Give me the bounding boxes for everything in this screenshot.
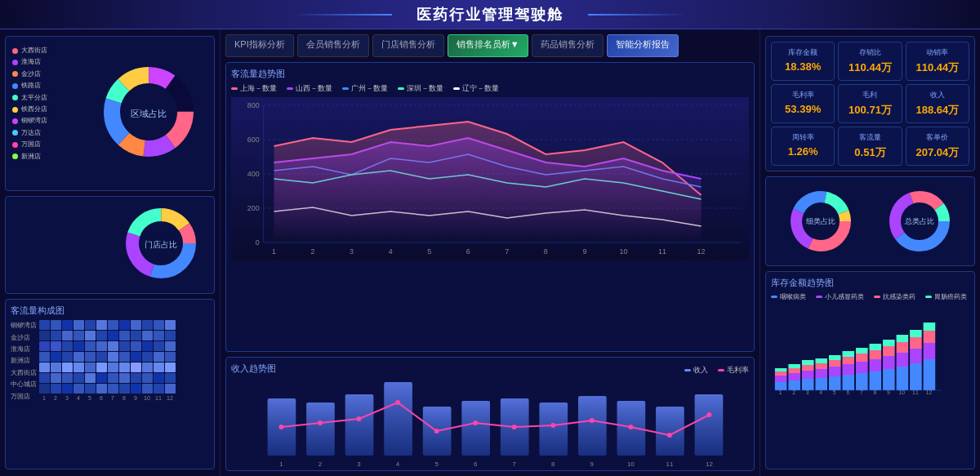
svg-rect-55 (96, 352, 107, 362)
svg-rect-19 (96, 320, 107, 330)
svg-rect-18 (85, 320, 96, 330)
svg-text:7: 7 (505, 247, 509, 256)
kpi-value-8: 207.04万 (913, 145, 962, 160)
svg-text:200: 200 (247, 204, 260, 212)
kpi-value-5: 188.64万 (913, 103, 962, 118)
svg-rect-29 (74, 331, 84, 340)
svg-rect-96 (154, 384, 164, 394)
tab-store-sales[interactable]: 门店销售分析 (372, 34, 444, 57)
category-donuts-section: 细类占比 总类占比 (765, 176, 975, 266)
svg-rect-21 (119, 320, 130, 330)
svg-rect-214 (883, 356, 895, 369)
svg-text:4: 4 (389, 247, 393, 256)
svg-text:4: 4 (819, 389, 822, 395)
traffic-line-chart: 800 600 400 200 0 1 2 3 4 5 6 7 8 9 10 1… (231, 97, 749, 260)
svg-rect-139 (461, 401, 490, 456)
svg-rect-34 (131, 331, 141, 340)
tab-ranking[interactable]: 销售排名员析▼ (448, 34, 528, 57)
svg-rect-201 (842, 375, 854, 390)
svg-rect-36 (154, 331, 164, 340)
heatmap-title: 客流量构成图 (11, 305, 209, 317)
svg-rect-95 (142, 384, 153, 394)
kpi-grid: 库存金额 18.38% 存销比 110.44万 动销率 110.44万 毛利率 … (771, 42, 969, 166)
svg-rect-15 (51, 320, 61, 330)
svg-rect-81 (119, 373, 130, 383)
svg-rect-198 (829, 367, 841, 376)
svg-text:12: 12 (706, 460, 713, 468)
svg-rect-205 (856, 373, 868, 390)
kpi-section: 库存金额 18.38% 存销比 110.44万 动销率 110.44万 毛利率 … (765, 36, 975, 171)
tab-drug-sales[interactable]: 药品销售分析 (532, 34, 604, 57)
svg-point-147 (318, 420, 323, 425)
svg-text:2: 2 (318, 460, 323, 468)
svg-rect-53 (74, 352, 84, 362)
svg-rect-191 (802, 365, 814, 371)
svg-rect-79 (96, 373, 107, 383)
svg-rect-67 (96, 363, 107, 372)
svg-rect-219 (897, 342, 909, 353)
svg-rect-75 (51, 373, 61, 383)
svg-rect-86 (39, 384, 50, 394)
svg-rect-45 (119, 341, 130, 351)
svg-rect-64 (62, 363, 73, 372)
kpi-value-7: 0.51万 (845, 145, 894, 160)
svg-rect-142 (578, 396, 607, 456)
inventory-chart-legend: 咽喉病类 小儿感冒药类 抗感染类药 胃肠癌药类 (771, 292, 969, 301)
svg-rect-141 (539, 403, 568, 456)
svg-text:5: 5 (833, 389, 836, 395)
svg-text:11: 11 (658, 247, 666, 256)
kpi-value-2: 110.44万 (913, 60, 962, 75)
svg-text:7: 7 (513, 460, 517, 468)
svg-text:12: 12 (167, 395, 173, 401)
region-legend: 大西街店 淮海店 金沙店 铁路店 太平分店 铁西分店 铜锣湾店 万达店 万国店 … (12, 45, 47, 162)
svg-text:2: 2 (54, 395, 57, 401)
revenue-chart: 1 2 3 4 5 6 7 8 9 10 11 12 (231, 378, 749, 468)
svg-rect-14 (39, 320, 50, 330)
tabs-row: KPI指标分析 会员销售分析 门店销售分析 销售排名员析▼ 药品销售分析 智能分… (225, 34, 755, 57)
svg-text:8: 8 (122, 395, 126, 401)
svg-rect-145 (695, 394, 724, 456)
inventory-chart-section: 库存金额趋势图 咽喉病类 小儿感冒药类 抗感染类药 胃肠癌药类 (765, 271, 975, 469)
svg-rect-16 (62, 320, 73, 330)
traffic-chart-container: 客流量趋势图 上海－数量 山西－数量 广州－数量 深圳－数量 辽宁－数量 (225, 62, 755, 352)
svg-rect-77 (74, 373, 84, 383)
svg-rect-195 (815, 363, 827, 369)
revenue-chart-title: 收入趋势图 (231, 363, 276, 375)
svg-rect-215 (883, 346, 895, 356)
traffic-chart-legend: 上海－数量 山西－数量 广州－数量 深圳－数量 辽宁－数量 (231, 83, 749, 94)
svg-rect-92 (108, 384, 118, 394)
subcategory-donut-container: 细类占比 (788, 189, 853, 254)
svg-rect-28 (62, 331, 73, 340)
svg-text:3: 3 (357, 460, 361, 468)
kpi-card-3: 毛利率 53.39% (771, 84, 835, 123)
store-chart-section: 门店占比 (5, 196, 215, 294)
svg-text:3: 3 (806, 389, 809, 395)
totalcategory-donut-container: 总类占比 (887, 189, 952, 254)
svg-rect-228 (924, 323, 936, 331)
svg-rect-213 (883, 369, 895, 390)
svg-rect-202 (842, 364, 854, 375)
svg-text:5: 5 (434, 460, 439, 468)
tab-ai-report[interactable]: 智能分析报告 (607, 34, 679, 57)
svg-text:2: 2 (792, 389, 795, 395)
svg-rect-192 (802, 360, 814, 365)
svg-rect-30 (85, 331, 96, 340)
svg-text:800: 800 (247, 101, 260, 109)
kpi-label-5: 收入 (913, 90, 962, 100)
svg-rect-25 (165, 320, 176, 330)
kpi-label-6: 周转率 (778, 132, 827, 143)
svg-rect-27 (51, 331, 61, 340)
svg-rect-52 (62, 352, 73, 362)
svg-text:10: 10 (627, 460, 635, 468)
tab-member[interactable]: 会员销售分析 (297, 34, 369, 57)
svg-text:11: 11 (155, 395, 162, 401)
kpi-card-4: 毛利 100.71万 (838, 84, 902, 123)
kpi-label-1: 存销比 (845, 47, 894, 58)
svg-text:4: 4 (396, 460, 400, 468)
svg-rect-91 (96, 384, 107, 394)
heatmap-section: 客流量构成图 铜锣湾店 金沙店 淮海店 新洲店 大西街店 中心城店 万国店 (5, 299, 215, 469)
subcategory-donut-label: 细类占比 (806, 216, 835, 227)
svg-rect-41 (74, 341, 84, 351)
svg-point-153 (550, 423, 555, 428)
tab-kpi[interactable]: KPI指标分析 (225, 34, 294, 57)
